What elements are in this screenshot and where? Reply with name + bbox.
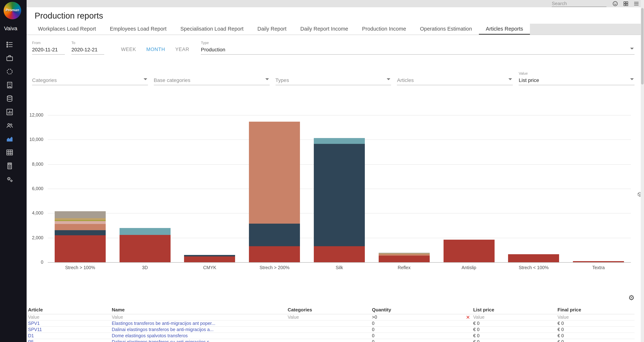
bar-cmyk[interactable] — [184, 255, 235, 262]
bar-segment[interactable] — [573, 261, 624, 262]
scrollbar-thumb[interactable] — [641, 8, 644, 84]
bar-segment[interactable] — [314, 144, 365, 246]
filter-cell-article[interactable]: Value — [28, 314, 112, 320]
bar-segment[interactable] — [443, 240, 494, 262]
close-icon[interactable] — [466, 315, 470, 320]
cell-name[interactable]: Elastingos transferos be anti-migracijos… — [112, 320, 288, 327]
cell-article[interactable]: P5 — [28, 339, 112, 342]
sidebar-item-settings[interactable] — [0, 173, 26, 186]
filter-cell-categories[interactable]: Value — [288, 314, 372, 320]
column-header-list-price[interactable]: List price — [473, 306, 558, 314]
column-header-name[interactable]: Name — [112, 306, 288, 314]
period-button-year[interactable]: YEAR — [175, 47, 189, 52]
bar-segment[interactable] — [379, 256, 430, 262]
bar-segment[interactable] — [55, 224, 106, 230]
to-date-field[interactable]: To 2020-12-21 — [72, 41, 104, 55]
categories-select[interactable]: Categories — [32, 76, 148, 85]
database-icon — [6, 95, 14, 102]
bar-strech-100[interactable] — [508, 254, 559, 262]
bar-segment[interactable] — [55, 211, 106, 218]
tab-operations-estimation[interactable]: Operations Estimation — [413, 24, 479, 34]
gear-icon[interactable]: ⚙ — [628, 294, 634, 301]
column-header-quantity[interactable]: Quantity — [372, 306, 473, 314]
bar-segment[interactable] — [249, 122, 300, 224]
bar-segment[interactable] — [55, 230, 106, 235]
cell-name[interactable]: Dalinai elastingos transferos be anti-mi… — [112, 327, 288, 333]
sidebar-item-database[interactable] — [0, 92, 26, 105]
tab-articles-reports[interactable]: Articles Reports — [479, 24, 530, 35]
sidebar-item-checklist[interactable] — [0, 38, 26, 51]
sidebar: Proman Vaiva — [0, 0, 26, 342]
cell-article[interactable]: SPV11 — [28, 327, 112, 333]
bar-segment[interactable] — [314, 246, 365, 262]
bar-segment[interactable] — [55, 221, 106, 224]
bar-segment[interactable] — [55, 218, 106, 220]
filter-cell-list-price[interactable]: Value — [473, 314, 558, 320]
chevron-down-icon — [265, 78, 269, 80]
tab-daily-report-income[interactable]: Daily Report Income — [294, 24, 355, 34]
cell-article[interactable]: D1 — [28, 333, 112, 339]
page-title: Production reports — [34, 11, 644, 21]
sidebar-item-people[interactable] — [0, 119, 26, 132]
bar-segment[interactable] — [119, 235, 170, 262]
bar-segment[interactable] — [184, 255, 235, 256]
x-axis-label: Strech > 100% — [48, 265, 112, 270]
tab-workplaces-load-report[interactable]: Workplaces Load Report — [31, 24, 103, 34]
column-header-final-price[interactable]: Final price — [558, 306, 634, 314]
tab-production-income[interactable]: Production Income — [355, 24, 413, 34]
tab-employees-load-report[interactable]: Employees Load Report — [103, 24, 174, 34]
sidebar-item-bar-chart[interactable] — [0, 105, 26, 119]
bar-segment[interactable] — [314, 138, 365, 144]
sidebar-item-ring[interactable] — [0, 65, 26, 78]
period-button-month[interactable]: MONTH — [146, 47, 165, 52]
bar-3d[interactable] — [119, 228, 170, 262]
bar-segment[interactable] — [119, 228, 170, 235]
sidebar-item-table[interactable] — [0, 146, 26, 159]
cell-categories — [288, 320, 372, 327]
from-date-field[interactable]: From 2020-11-21 — [32, 41, 65, 55]
tab-specialisation-load-report[interactable]: Specialisation Load Report — [174, 24, 250, 34]
sidebar-item-building[interactable] — [0, 78, 26, 92]
period-toggle: WEEKMONTHYEAR — [121, 47, 189, 52]
vertical-scrollbar[interactable] — [641, 0, 644, 342]
cell-list-price: € 0 — [473, 320, 558, 327]
bar-segment[interactable] — [184, 256, 235, 262]
cell-article[interactable]: SPV1 — [28, 320, 112, 327]
apps-button[interactable] — [623, 0, 629, 7]
menu-button[interactable] — [634, 0, 640, 7]
sidebar-item-calculator[interactable] — [0, 159, 26, 173]
tab-daily-report[interactable]: Daily Report — [250, 24, 294, 34]
emoji-button[interactable] — [612, 0, 618, 7]
cell-name[interactable]: Dome elastingos spalvotos transferos — [112, 333, 288, 339]
period-button-week[interactable]: WEEK — [121, 47, 136, 52]
bar-segment[interactable] — [508, 254, 559, 262]
column-header-article[interactable]: Article — [28, 306, 112, 314]
bar-textra[interactable] — [573, 261, 624, 262]
sidebar-item-area-chart[interactable] — [0, 132, 26, 146]
proman-logo[interactable]: Proman — [4, 2, 21, 19]
type-select[interactable]: Type Production — [201, 41, 634, 55]
bar-strech-100[interactable] — [55, 211, 106, 262]
sidebar-item-briefcase[interactable] — [0, 51, 26, 65]
bar-segment[interactable] — [379, 254, 430, 256]
filter-value[interactable]: >0 — [372, 315, 377, 320]
articles-select[interactable]: Articles — [397, 76, 513, 85]
column-header-categories[interactable]: Categories — [288, 306, 372, 314]
filter-cell-name[interactable]: Value — [112, 314, 288, 320]
bar-segment[interactable] — [55, 220, 106, 221]
bar-strech-200[interactable] — [249, 122, 300, 262]
bar-segment[interactable] — [249, 224, 300, 246]
chart-slot — [501, 115, 566, 262]
cell-name[interactable]: Dalinai elastingos transferos su anti-mi… — [112, 339, 288, 342]
bar-silk[interactable] — [314, 138, 365, 262]
filter-cell-quantity[interactable]: >0 — [372, 314, 473, 320]
bar-segment[interactable] — [55, 235, 106, 262]
value-select[interactable]: Value List price — [519, 71, 634, 85]
bar-segment[interactable] — [249, 246, 300, 262]
base-categories-select[interactable]: Base categories — [154, 76, 270, 85]
search-input[interactable]: Search — [552, 0, 606, 7]
filter-cell-final-price[interactable]: Value — [558, 314, 634, 320]
bar-antislip[interactable] — [443, 240, 494, 262]
bar-reflex[interactable] — [379, 253, 430, 262]
types-select[interactable]: Types — [275, 76, 391, 85]
